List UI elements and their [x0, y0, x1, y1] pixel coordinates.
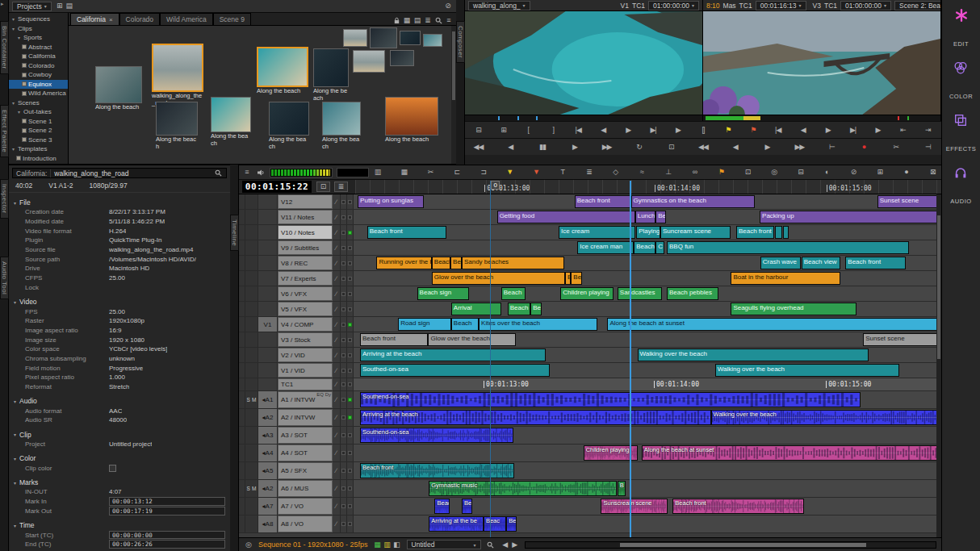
track-tool-cell[interactable]: ∕	[333, 210, 341, 224]
track-lane[interactable]: Getting foodLunchBePacking up	[354, 210, 941, 224]
timeline-clip[interactable]: Playing	[636, 226, 660, 239]
track-button[interactable]: V12	[278, 194, 333, 209]
track-sync-cell[interactable]	[341, 378, 347, 390]
bin-clip[interactable]: Along the beach	[322, 102, 361, 150]
patch-cell[interactable]: ◂A2	[258, 409, 278, 426]
scrollbar-thumb[interactable]	[620, 543, 866, 547]
timeline-horizontal-scrollbar[interactable]	[525, 541, 936, 549]
patch-cell[interactable]	[258, 302, 278, 316]
color-correction-icon[interactable]: ◐	[823, 168, 832, 177]
rec-rewind-icon[interactable]: ◀	[730, 142, 740, 152]
timeline-clip[interactable]: Beach	[432, 257, 450, 269]
focus-icon[interactable]: ◎	[244, 540, 253, 549]
panel-menu-icon[interactable]: ⊘	[443, 2, 453, 11]
expand-arrow-icon[interactable]: ▾	[16, 35, 22, 40]
track-button[interactable]: V7 / Experts	[278, 271, 333, 286]
track-tool-cell[interactable]: ∕	[333, 427, 341, 444]
expand-arrow-icon[interactable]: ▾	[10, 26, 16, 31]
video-output-icon[interactable]: ⊡	[666, 142, 676, 152]
patch-cell[interactable]	[258, 332, 278, 347]
ruler-menu-icon[interactable]: ≣	[334, 182, 348, 192]
track-sync-cell[interactable]	[341, 332, 347, 347]
track-button[interactable]: A3 / SOT	[278, 427, 333, 444]
track-lock-cell[interactable]	[239, 286, 245, 301]
bin-mini-frame[interactable]	[370, 27, 397, 48]
ruler-format-icon[interactable]: ⊡	[316, 182, 330, 192]
track-tool-cell[interactable]: ∕	[333, 462, 341, 479]
timeline-clip[interactable]: Beach pebbles	[667, 287, 718, 300]
fast-forward-icon[interactable]: ▶▶	[601, 142, 612, 152]
track-lock-cell[interactable]	[239, 462, 245, 479]
tree-item-abstract[interactable]: Abstract	[9, 43, 68, 52]
timeline-menu-icon[interactable]: ≡	[242, 168, 252, 177]
timeline-clip[interactable]: B	[618, 481, 626, 496]
gang-icon[interactable]: ⊞	[498, 125, 509, 135]
record-master-tc-type[interactable]: TC1	[739, 2, 752, 10]
solo-mute-cell[interactable]	[245, 498, 258, 515]
timeline-clip[interactable]: Lunch	[635, 211, 655, 223]
track-tool-cell[interactable]: ∕	[333, 378, 341, 390]
patch-cell[interactable]: ◂A4	[258, 445, 278, 461]
mark-in-icon[interactable]: [	[523, 125, 534, 135]
timeline-clip[interactable]: C	[655, 241, 664, 254]
track-lane[interactable]: Arriving at the beachWalking over the be…	[354, 409, 941, 426]
track-lane[interactable]: Glow over the beachBBeBoat in the harbou…	[354, 271, 941, 286]
track-tool-cell[interactable]: ∕	[333, 240, 341, 255]
track-monitor-cell[interactable]	[347, 445, 354, 461]
workspace-effects[interactable]: EFFECTS	[946, 113, 977, 152]
mute-icon[interactable]: ⊘	[849, 168, 859, 177]
timeline-clip[interactable]: Beac	[484, 516, 506, 532]
tree-item-introduction[interactable]: Introduction	[9, 154, 68, 164]
track-sync-cell[interactable]	[341, 462, 347, 479]
speaker-icon[interactable]	[256, 168, 266, 177]
solo-mute-cell[interactable]: SM	[245, 480, 258, 497]
patch-cell[interactable]: ◂A3	[258, 427, 278, 444]
toggle-view-icon[interactable]: ◧	[392, 540, 402, 549]
effect-mode-icon[interactable]: ⊞	[875, 168, 885, 177]
track-button[interactable]: A2 / INTVW	[278, 409, 333, 426]
trim-mode-icon[interactable]: ⊟	[796, 168, 806, 177]
solo-button[interactable]: S	[247, 486, 250, 491]
track-monitor-cell[interactable]	[347, 516, 354, 532]
render-icon[interactable]: ●	[902, 168, 911, 177]
timeline-clip[interactable]: Beach front	[575, 195, 632, 208]
track-lock-cell[interactable]	[239, 302, 245, 316]
track-button[interactable]: V10 / Notes	[278, 225, 333, 240]
solo-mute-cell[interactable]: SM	[245, 391, 258, 408]
bin-tab-scene-9[interactable]: Scene 9	[213, 13, 251, 25]
patch-cell[interactable]	[258, 271, 278, 286]
track-tool-cell[interactable]: ∕	[333, 302, 341, 316]
trim-left-icon[interactable]: ⊢	[827, 142, 837, 152]
trim-right-icon[interactable]: ⊣	[923, 142, 933, 152]
tab-close-icon[interactable]: ×	[109, 16, 113, 23]
timeline-clip[interactable]: Children playing	[560, 287, 614, 300]
link-icon[interactable]: ∞	[690, 168, 700, 177]
track-tool-cell[interactable]: ∕	[333, 516, 341, 532]
timeline-clip[interactable]: Beach front	[845, 257, 905, 269]
solo-mute-cell[interactable]	[245, 194, 258, 209]
expand-arrow-icon[interactable]: ▾	[14, 200, 16, 206]
timeline-clip[interactable]: Crash wave	[760, 257, 801, 269]
timeline-clip[interactable]: Beac	[434, 499, 450, 514]
patch-cell[interactable]	[258, 256, 278, 270]
timeline-clip[interactable]: Gymnastic music	[429, 481, 617, 496]
track-lane[interactable]: Southend-on-sea	[354, 391, 941, 408]
record-master-timecode-menu[interactable]: 00:01:16:13▾	[756, 1, 806, 10]
track-sync-cell[interactable]	[341, 480, 347, 497]
bin-clip[interactable]: Along the beach	[156, 102, 198, 150]
solo-mute-cell[interactable]	[245, 348, 258, 362]
timeline-clip[interactable]: Beach	[451, 318, 479, 331]
tree-item-sports[interactable]: ▾Sports	[9, 33, 68, 43]
track-monitor-cell[interactable]	[347, 348, 354, 362]
track-lock-cell[interactable]	[239, 378, 245, 390]
tree-item-cowboy[interactable]: Cowboy	[9, 70, 68, 80]
track-lock-cell[interactable]	[239, 240, 245, 255]
track-lane[interactable]: 00:01:13:0000:01:14:0000:01:15:00	[354, 378, 941, 390]
track-sync-cell[interactable]	[341, 516, 347, 532]
timeline-clip[interactable]: Walking over the beach	[715, 364, 900, 377]
timeline-clip[interactable]: Arriving at the beach	[360, 410, 711, 425]
rewind-icon[interactable]: ◀	[505, 142, 516, 152]
track-button[interactable]: A1 / INTVWEQ Dy	[278, 391, 333, 408]
patch-cell[interactable]: ◂A8	[258, 516, 278, 532]
track-monitor-cell[interactable]	[347, 480, 354, 497]
